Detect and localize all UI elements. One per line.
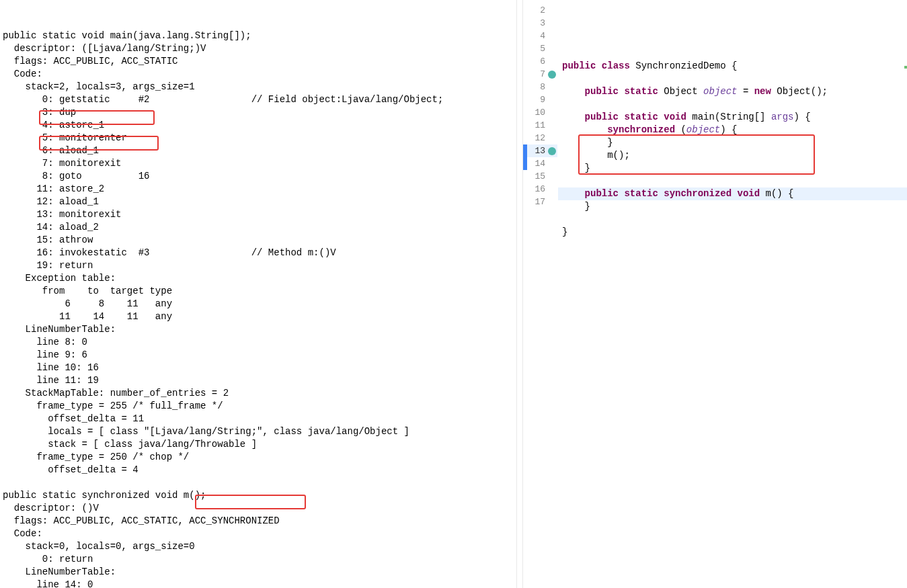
line-number[interactable]: 15 (523, 170, 557, 183)
line-number[interactable]: 6 (523, 55, 557, 68)
code-line[interactable] (558, 213, 907, 226)
line-number[interactable]: 11 (523, 119, 557, 132)
line-number[interactable]: 9 (523, 93, 557, 106)
code-line[interactable]: synchronized (object) { (558, 124, 907, 136)
line-number[interactable]: 8 (523, 81, 557, 93)
code-line[interactable]: } (558, 136, 907, 149)
code-line[interactable] (558, 175, 907, 187)
line-number[interactable]: 13 (523, 144, 557, 157)
line-number-gutter[interactable]: 234567891011121314151617 (523, 0, 558, 588)
code-line[interactable] (558, 239, 907, 251)
source-editor-pane[interactable]: 234567891011121314151617 public class Sy… (523, 0, 907, 588)
source-code-area[interactable]: public class SynchronziedDemo { public s… (558, 0, 907, 588)
bytecode-pane[interactable]: public static void main(java.lang.String… (0, 0, 516, 588)
pane-divider[interactable] (516, 0, 523, 588)
line-number[interactable]: 16 (523, 183, 557, 196)
code-line[interactable]: public static Object object = new Object… (558, 85, 907, 98)
line-number[interactable]: 2 (523, 4, 557, 17)
code-line[interactable]: public class SynchronziedDemo { (558, 60, 907, 73)
code-line[interactable]: } (558, 200, 907, 213)
code-line[interactable] (558, 98, 907, 111)
code-line[interactable]: } (558, 162, 907, 175)
line-number[interactable]: 12 (523, 132, 557, 144)
line-number[interactable]: 17 (523, 196, 557, 208)
code-line[interactable]: } (558, 226, 907, 239)
code-line[interactable] (558, 73, 907, 85)
code-line[interactable]: public static synchronized void m() { (558, 187, 907, 200)
override-marker-icon[interactable] (548, 71, 556, 79)
line-number[interactable]: 4 (523, 30, 557, 42)
line-number[interactable]: 7 (523, 68, 557, 81)
line-number[interactable]: 10 (523, 106, 557, 119)
line-number[interactable]: 3 (523, 17, 557, 30)
overview-marker (904, 66, 907, 69)
code-line[interactable] (558, 47, 907, 60)
line-number[interactable]: 5 (523, 42, 557, 55)
line-number[interactable]: 14 (523, 157, 557, 170)
override-marker-icon[interactable] (548, 147, 556, 155)
code-line[interactable]: m(); (558, 149, 907, 162)
code-line[interactable]: public static void main(String[] args) { (558, 111, 907, 124)
bytecode-text: public static void main(java.lang.String… (3, 30, 516, 588)
